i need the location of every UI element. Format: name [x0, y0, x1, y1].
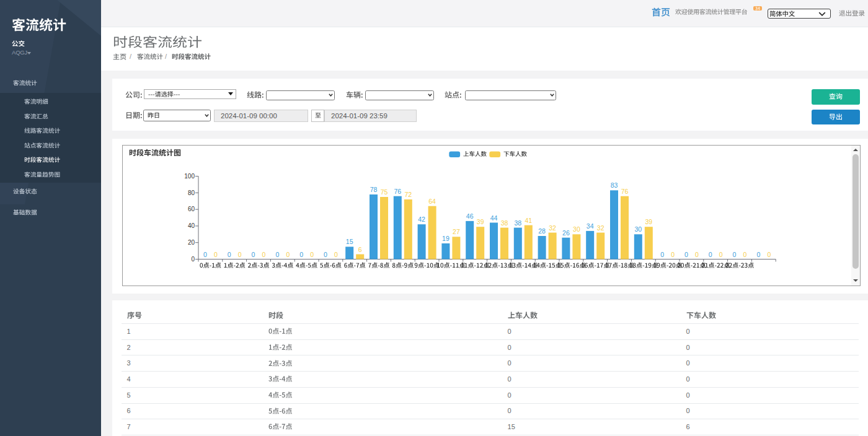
svg-text:100: 100 — [184, 172, 195, 179]
svg-text:15: 15 — [346, 238, 353, 245]
svg-text:0: 0 — [743, 250, 747, 258]
svg-text:0: 0 — [334, 250, 338, 258]
svg-text:20: 20 — [188, 238, 195, 245]
svg-text:0: 0 — [214, 250, 218, 258]
svg-text:34: 34 — [587, 222, 594, 229]
svg-text:0: 0 — [228, 250, 231, 258]
svg-text:0: 0 — [671, 250, 675, 258]
svg-text:75: 75 — [381, 188, 388, 196]
svg-text:0: 0 — [767, 250, 771, 258]
svg-text:42: 42 — [418, 216, 425, 223]
svg-text:26: 26 — [562, 229, 570, 236]
svg-text:0: 0 — [695, 250, 699, 258]
svg-text:0: 0 — [709, 250, 712, 258]
svg-text:28: 28 — [538, 227, 546, 235]
svg-text:78: 78 — [370, 186, 378, 193]
svg-text:0: 0 — [191, 255, 195, 262]
svg-text:0: 0 — [310, 250, 314, 258]
svg-text:72: 72 — [404, 191, 412, 198]
svg-text:0: 0 — [660, 250, 664, 258]
svg-text:80: 80 — [188, 189, 195, 196]
svg-text:41: 41 — [525, 216, 532, 224]
svg-text:27: 27 — [453, 228, 460, 235]
svg-text:40: 40 — [188, 222, 195, 229]
svg-text:76: 76 — [394, 187, 401, 194]
svg-text:60: 60 — [188, 206, 195, 212]
svg-text:0: 0 — [286, 250, 290, 258]
svg-text:39: 39 — [477, 218, 484, 225]
svg-text:19: 19 — [442, 235, 450, 242]
svg-text:32: 32 — [597, 224, 604, 231]
svg-text:38: 38 — [501, 219, 508, 226]
svg-text:39: 39 — [645, 218, 652, 225]
svg-text:46: 46 — [466, 212, 474, 219]
svg-text:6: 6 — [358, 245, 362, 253]
svg-text:38: 38 — [514, 219, 521, 226]
svg-text:0: 0 — [684, 250, 688, 258]
svg-text:83: 83 — [611, 181, 618, 189]
svg-text:0: 0 — [324, 250, 327, 258]
svg-text:30: 30 — [634, 225, 642, 233]
svg-text:0: 0 — [238, 250, 242, 258]
svg-text:0: 0 — [203, 250, 207, 258]
svg-text:32: 32 — [549, 224, 556, 231]
svg-text:0: 0 — [275, 250, 279, 258]
svg-text:0: 0 — [733, 250, 737, 258]
svg-text:0: 0 — [756, 250, 760, 258]
svg-text:64: 64 — [428, 197, 436, 204]
svg-text:0: 0 — [299, 250, 303, 258]
svg-text:0: 0 — [262, 250, 266, 258]
svg-text:30: 30 — [573, 225, 580, 233]
svg-text:76: 76 — [621, 187, 629, 194]
svg-text:0: 0 — [719, 250, 723, 258]
svg-text:44: 44 — [490, 214, 498, 221]
svg-text:0: 0 — [252, 250, 255, 258]
